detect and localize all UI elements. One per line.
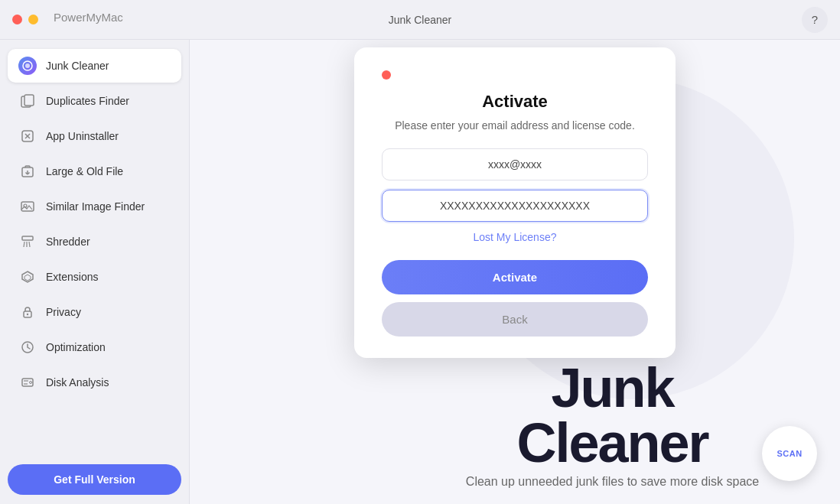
svg-rect-20 bbox=[22, 379, 33, 386]
svg-point-1 bbox=[25, 63, 30, 68]
disk-analysis-icon bbox=[18, 373, 37, 392]
sidebar-item-duplicates-label: Duplicates Finder bbox=[46, 95, 129, 107]
svg-rect-3 bbox=[24, 95, 34, 106]
titlebar: PowerMyMac Junk Cleaner ? bbox=[0, 0, 840, 40]
privacy-icon bbox=[18, 303, 37, 321]
sidebar-item-large-old-file[interactable]: Large & Old File bbox=[8, 154, 181, 188]
activate-button[interactable]: Activate bbox=[382, 260, 648, 294]
close-button[interactable] bbox=[12, 15, 22, 24]
sidebar-item-app-uninstaller-label: App Uninstaller bbox=[46, 130, 119, 142]
sidebar-item-app-uninstaller[interactable]: App Uninstaller bbox=[8, 119, 181, 153]
modal-close-dot[interactable] bbox=[382, 70, 391, 80]
sidebar-item-large-old-file-label: Large & Old File bbox=[46, 165, 123, 177]
optimization-icon bbox=[18, 338, 37, 356]
modal-title: Activate bbox=[382, 92, 648, 112]
svg-line-14 bbox=[24, 242, 24, 247]
sidebar-item-extensions-label: Extensions bbox=[46, 271, 98, 283]
get-full-version-button[interactable]: Get Full Version bbox=[8, 464, 181, 495]
scan-button-container: SCAN bbox=[762, 426, 817, 481]
scan-button[interactable]: SCAN bbox=[762, 426, 817, 481]
shredder-icon bbox=[18, 232, 37, 251]
bg-text-area: Junk Cleaner Clean up unneeded junk file… bbox=[450, 360, 775, 489]
svg-line-16 bbox=[29, 242, 30, 247]
help-button[interactable]: ? bbox=[802, 7, 828, 33]
lost-license-link[interactable]: Lost My License? bbox=[382, 231, 648, 243]
app-name: PowerMyMac bbox=[54, 11, 123, 24]
sidebar-item-similar-image-label: Similar Image Finder bbox=[46, 200, 145, 213]
sidebar-item-similar-image-finder[interactable]: Similar Image Finder bbox=[8, 190, 181, 223]
activate-modal: Activate Please enter your email address… bbox=[354, 47, 676, 358]
sidebar-item-junk-cleaner[interactable]: Junk Cleaner bbox=[8, 49, 181, 83]
back-button[interactable]: Back bbox=[382, 302, 648, 337]
page-title: Junk Cleaner bbox=[389, 14, 452, 26]
sidebar-item-shredder[interactable]: Shredder bbox=[8, 225, 181, 259]
bg-app-subtitle: Clean up unneeded junk files to save mor… bbox=[450, 475, 775, 489]
junk-cleaner-icon bbox=[18, 57, 37, 75]
sidebar-item-junk-cleaner-label: Junk Cleaner bbox=[46, 60, 109, 72]
main-layout: Junk Cleaner Duplicates Finder App Unins… bbox=[0, 40, 840, 504]
sidebar-item-shredder-label: Shredder bbox=[46, 236, 90, 248]
large-old-file-icon bbox=[18, 162, 37, 180]
svg-point-21 bbox=[30, 382, 32, 384]
license-input[interactable] bbox=[382, 190, 648, 222]
sidebar-item-optimization-label: Optimization bbox=[46, 341, 106, 353]
sidebar: Junk Cleaner Duplicates Finder App Unins… bbox=[0, 40, 190, 504]
similar-image-finder-icon bbox=[18, 197, 37, 216]
svg-point-18 bbox=[27, 314, 28, 315]
email-input[interactable] bbox=[382, 148, 648, 180]
sidebar-item-extensions[interactable]: Extensions bbox=[8, 260, 181, 294]
traffic-lights bbox=[12, 15, 38, 24]
sidebar-item-privacy[interactable]: Privacy bbox=[8, 295, 181, 329]
sidebar-item-optimization[interactable]: Optimization bbox=[8, 330, 181, 364]
extensions-icon bbox=[18, 268, 37, 286]
sidebar-item-disk-analysis[interactable]: Disk Analysis bbox=[8, 366, 181, 399]
svg-rect-13 bbox=[22, 236, 33, 240]
duplicates-finder-icon bbox=[18, 92, 37, 110]
modal-subtitle: Please enter your email address and lice… bbox=[382, 119, 648, 132]
sidebar-item-privacy-label: Privacy bbox=[46, 306, 81, 318]
sidebar-item-disk-analysis-label: Disk Analysis bbox=[46, 376, 109, 389]
bg-app-title: Junk Cleaner bbox=[450, 360, 775, 470]
content-area: Junk Cleaner Clean up unneeded junk file… bbox=[190, 40, 840, 504]
app-uninstaller-icon bbox=[18, 127, 37, 145]
minimize-button[interactable] bbox=[28, 15, 38, 24]
sidebar-item-duplicates-finder[interactable]: Duplicates Finder bbox=[8, 84, 181, 118]
